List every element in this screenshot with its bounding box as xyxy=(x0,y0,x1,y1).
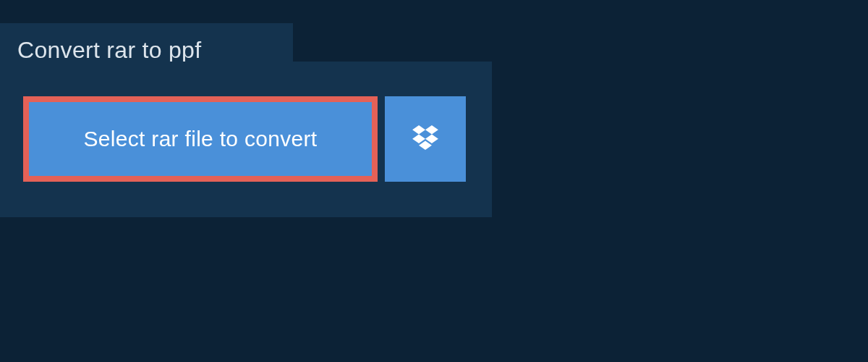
select-file-button[interactable]: Select rar file to convert xyxy=(23,96,378,182)
select-file-label: Select rar file to convert xyxy=(84,127,318,151)
tab-title: Convert rar to ppf xyxy=(17,37,201,64)
button-row: Select rar file to convert xyxy=(23,96,466,182)
dropbox-icon xyxy=(412,125,438,153)
dropbox-button[interactable] xyxy=(385,96,466,182)
